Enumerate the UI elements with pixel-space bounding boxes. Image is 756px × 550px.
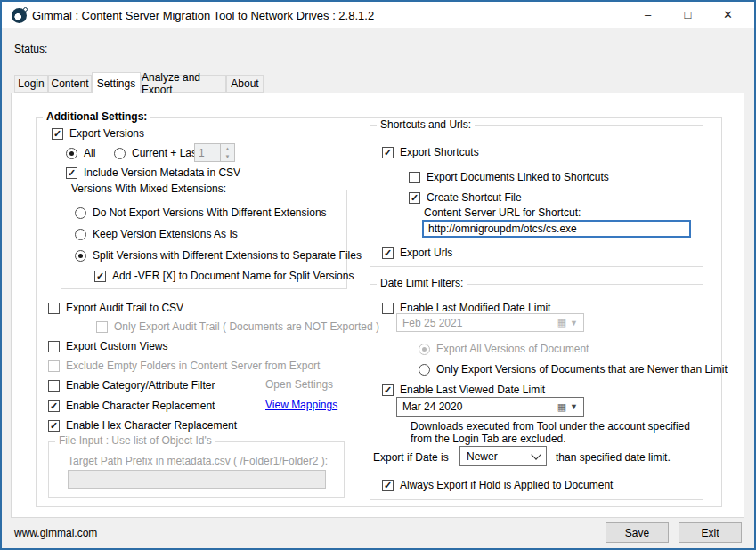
export-audit-trail-label: Export Audit Trail to CSV — [66, 302, 183, 314]
mixed-extensions-title: Versions With Mixed Extensions: — [68, 182, 230, 196]
checkbox-icon — [382, 303, 394, 314]
always-export-hold-checkbox[interactable]: Always Export if Hold is Applied to Docu… — [382, 478, 613, 492]
tab-content[interactable]: Content — [48, 75, 92, 93]
export-custom-views-checkbox[interactable]: Export Custom Views — [48, 339, 168, 353]
target-path-prefix-label: Target Path Prefix in metadata.csv ( /Fo… — [68, 455, 328, 467]
split-versions-radio[interactable]: Split Versions with Different Extensions… — [75, 248, 362, 263]
checkbox-icon — [382, 480, 394, 491]
always-export-hold-label: Always Export if Hold is Applied to Docu… — [400, 479, 613, 491]
checkbox-icon — [48, 380, 60, 392]
radio-icon — [75, 207, 86, 219]
view-mappings-link[interactable]: View Mappings — [265, 399, 337, 411]
export-versions-label: Export Versions — [69, 127, 144, 140]
character-replacement-label: Enable Character Replacement — [66, 400, 215, 412]
checkbox-icon — [48, 303, 60, 314]
versions-current-last-radio[interactable]: Current + Last — [114, 146, 199, 160]
shortcuts-and-urls-title: Shortcuts and Urls: — [377, 118, 475, 132]
export-custom-views-label: Export Custom Views — [66, 340, 168, 352]
checkbox-icon — [48, 360, 60, 372]
close-button[interactable]: ✕ — [708, 2, 748, 28]
export-all-versions-radio: Export All Versions of Document — [419, 342, 589, 356]
version-count-stepper: 1 ▲ ▼ — [194, 143, 235, 162]
checkbox-icon — [409, 192, 420, 204]
content-server-url-field[interactable] — [422, 220, 691, 238]
do-not-export-different-extensions-radio[interactable]: Do Not Export Versions With Different Ex… — [75, 206, 327, 220]
checkbox-icon — [48, 420, 60, 432]
stepper-buttons: ▲ ▼ — [220, 144, 234, 161]
export-versions-checkbox[interactable]: Export Versions — [52, 126, 144, 141]
versions-all-radio[interactable]: All — [66, 146, 95, 160]
date-limit-filters-title: Date Limit Filters: — [377, 277, 467, 290]
radio-icon — [75, 229, 86, 240]
enable-last-viewed-checkbox[interactable]: Enable Last Viewed Date Limit — [382, 383, 545, 397]
downloads-note-line1: Downloads executed from Tool under the a… — [411, 420, 690, 433]
checkbox-icon — [382, 147, 394, 158]
minimize-button[interactable]: – — [628, 2, 668, 28]
tab-analyze-and-export[interactable]: Analyze and Export — [141, 75, 226, 93]
export-audit-trail-checkbox[interactable]: Export Audit Trail to CSV — [48, 301, 183, 315]
hex-character-replacement-checkbox[interactable]: Enable Hex Character Replacement — [48, 418, 237, 433]
window-title: Gimmal : Content Server Migration Tool t… — [32, 9, 374, 22]
enable-last-modified-label: Enable Last Modified Date Limit — [400, 302, 550, 314]
dropdown-arrow-icon: ▼ — [570, 402, 578, 411]
close-icon: ✕ — [723, 8, 733, 21]
last-modified-date-value: Feb 25 2021 — [402, 317, 554, 329]
than-specified-label: than specified date limit. — [556, 451, 671, 464]
website-link: www.gimmal.com — [14, 527, 97, 539]
date-comparison-dropdown[interactable]: Newer — [459, 446, 547, 466]
checkbox-icon — [52, 128, 63, 140]
export-urls-label: Export Urls — [400, 247, 452, 259]
enable-last-viewed-label: Enable Last Viewed Date Limit — [400, 384, 545, 396]
versions-all-label: All — [84, 147, 95, 159]
checkbox-icon — [48, 341, 60, 352]
include-version-metadata-checkbox[interactable]: Include Version Metadata in CSV — [66, 166, 240, 180]
stepper-up-icon: ▲ — [221, 144, 234, 153]
checkbox-icon — [48, 400, 60, 412]
keep-extensions-as-is-radio[interactable]: Keep Version Extensions As Is — [75, 227, 238, 241]
radio-icon — [419, 364, 430, 376]
hex-character-replacement-label: Enable Hex Character Replacement — [66, 419, 237, 432]
category-attribute-filter-checkbox[interactable]: Enable Category/Attribute Filter — [48, 378, 215, 392]
radio-icon — [66, 148, 77, 159]
exit-button[interactable]: Exit — [679, 522, 742, 543]
tab-about[interactable]: About — [226, 75, 264, 93]
additional-settings-title: Additional Settings: — [43, 110, 150, 124]
tab-login-label: Login — [18, 77, 44, 90]
versions-current-last-label: Current + Last — [132, 147, 199, 159]
tab-settings[interactable]: Settings — [92, 72, 141, 93]
export-all-versions-label: Export All Versions of Document — [436, 343, 589, 355]
export-if-date-label: Export if Date is — [373, 451, 449, 464]
dropdown-arrow-icon: ▼ — [570, 319, 578, 328]
create-shortcut-file-checkbox[interactable]: Create Shortcut File — [409, 190, 522, 205]
exclude-empty-folders-label: Exclude Empty Folders in Content Server … — [66, 360, 320, 372]
app-logo-icon — [12, 8, 27, 23]
tab-login[interactable]: Login — [14, 75, 48, 93]
checkbox-icon — [96, 321, 108, 333]
character-replacement-checkbox[interactable]: Enable Character Replacement — [48, 399, 215, 413]
add-ver-checkbox[interactable]: Add -VER [X] to Document Name for Split … — [94, 269, 354, 283]
save-button[interactable]: Save — [606, 522, 669, 543]
minimize-icon: – — [645, 8, 651, 21]
radio-icon — [75, 250, 86, 262]
last-viewed-date-picker[interactable]: Mar 24 2020 ▦ ▼ — [396, 397, 584, 417]
only-newer-versions-label: Only Export Versions of Documents that a… — [436, 363, 728, 376]
split-versions-label: Split Versions with Different Extensions… — [93, 249, 362, 262]
last-modified-date-picker: Feb 25 2021 ▦ ▼ — [396, 313, 584, 332]
checkbox-icon — [382, 384, 394, 396]
export-linked-documents-label: Export Documents Linked to Shortcuts — [427, 171, 609, 183]
export-shortcuts-checkbox[interactable]: Export Shortcuts — [382, 145, 479, 159]
maximize-button[interactable]: □ — [668, 2, 708, 28]
tab-content-label: Content — [51, 77, 88, 90]
only-export-audit-trail-checkbox: Only Export Audit Trail ( Documents are … — [96, 319, 379, 334]
file-input-title: File Input : Use list of Object Id's — [55, 434, 215, 448]
export-urls-checkbox[interactable]: Export Urls — [382, 246, 452, 260]
create-shortcut-file-label: Create Shortcut File — [427, 191, 522, 204]
checkbox-icon — [409, 172, 420, 183]
app-window: Gimmal : Content Server Migration Tool t… — [0, 0, 756, 550]
last-viewed-date-value: Mar 24 2020 — [402, 400, 554, 413]
maximize-icon: □ — [685, 8, 692, 21]
add-ver-label: Add -VER [X] to Document Name for Split … — [112, 270, 354, 282]
export-linked-documents-checkbox[interactable]: Export Documents Linked to Shortcuts — [409, 170, 609, 184]
only-export-audit-trail-label: Only Export Audit Trail ( Documents are … — [114, 320, 379, 333]
only-newer-versions-radio[interactable]: Only Export Versions of Documents that a… — [419, 362, 728, 376]
